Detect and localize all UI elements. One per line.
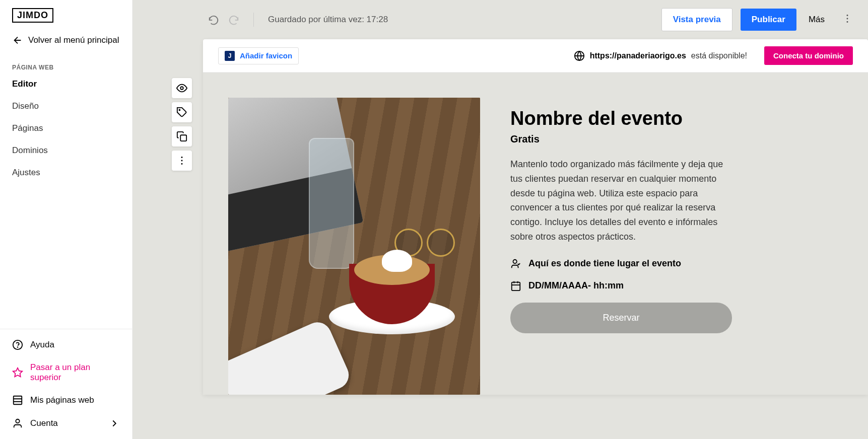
arrow-left-icon <box>12 35 23 46</box>
event-title[interactable]: Nombre del evento <box>510 108 732 129</box>
location-icon <box>510 258 521 269</box>
help-icon <box>12 339 23 350</box>
topbar-divider <box>253 13 254 27</box>
page-preview-frame: J Añadir favicon https://panaderiaorigo.… <box>203 39 868 395</box>
nav-pages[interactable]: Páginas <box>0 117 132 139</box>
sidebar: JIMDO Volver al menú principal PÁGINA WE… <box>0 0 132 439</box>
help-link[interactable]: Ayuda <box>0 333 132 356</box>
back-to-main-menu[interactable]: Volver al menú principal <box>0 27 132 58</box>
sidebar-bottom: Ayuda Pasar a un plan superior Mis págin… <box>0 329 132 439</box>
svg-point-13 <box>181 163 183 165</box>
copy-icon <box>176 131 187 142</box>
more-menu[interactable]: Más <box>805 15 829 25</box>
sidebar-spacer <box>0 184 132 329</box>
more-vertical-icon <box>842 13 853 24</box>
svg-point-1 <box>18 347 18 347</box>
last-saved-text: Guardado por última vez: 17:28 <box>268 15 388 25</box>
image-sunglasses <box>394 229 455 254</box>
svg-point-9 <box>179 110 180 111</box>
chevron-right-icon <box>109 418 120 429</box>
undo-icon[interactable] <box>208 14 219 25</box>
my-sites-label: Mis páginas web <box>30 395 94 405</box>
back-link-label: Volver al menú principal <box>28 35 119 45</box>
image-coffee-cup <box>339 259 445 334</box>
my-sites-link[interactable]: Mis páginas web <box>0 389 132 412</box>
globe-icon <box>574 50 585 61</box>
star-icon <box>12 367 23 378</box>
event-datetime-text: DD/MM/AAAA- hh:mm <box>528 280 624 291</box>
publish-button[interactable]: Publicar <box>741 9 796 31</box>
upgrade-label: Pasar a un plan superior <box>30 362 120 383</box>
topbar: Guardado por última vez: 17:28 Vista pre… <box>132 0 868 39</box>
account-label: Cuenta <box>30 418 58 428</box>
event-price[interactable]: Gratis <box>510 133 732 145</box>
event-description[interactable]: Mantenlo todo organizado más fácilmente … <box>510 157 732 244</box>
account-link[interactable]: Cuenta <box>0 412 132 435</box>
svg-point-5 <box>847 15 848 16</box>
image-latte <box>354 255 430 285</box>
svg-point-4 <box>16 419 19 423</box>
svg-marker-2 <box>13 368 22 377</box>
floating-toolbar <box>172 78 192 171</box>
svg-point-6 <box>847 18 848 20</box>
tag-icon <box>176 107 187 118</box>
event-image[interactable] <box>228 98 480 395</box>
tag-tool[interactable] <box>172 102 192 122</box>
event-location-text: Aquí es donde tiene lugar el evento <box>528 258 681 269</box>
event-location-row[interactable]: Aquí es donde tiene lugar el evento <box>510 258 732 269</box>
more-vertical-icon <box>176 155 187 166</box>
nav-settings[interactable]: Ajustes <box>0 162 132 184</box>
svg-point-12 <box>181 160 183 162</box>
domain-info: https://panaderiaorigo.es está disponibl… <box>574 46 853 65</box>
visibility-tool[interactable] <box>172 78 192 98</box>
brand-logo[interactable]: JIMDO <box>12 8 53 23</box>
main-area: Guardado por última vez: 17:28 Vista pre… <box>132 0 868 439</box>
nav-design[interactable]: Diseño <box>0 95 132 117</box>
image-foam <box>382 250 412 272</box>
svg-rect-10 <box>180 135 186 141</box>
domain-bar: J Añadir favicon https://panaderiaorigo.… <box>203 39 868 72</box>
add-favicon-label: Añadir favicon <box>240 51 292 60</box>
domain-available-text: está disponible! <box>691 51 747 60</box>
connect-domain-button[interactable]: Conecta tu dominio <box>764 46 853 65</box>
grid-icon <box>12 395 23 406</box>
preview-button[interactable]: Vista previa <box>661 8 732 31</box>
svg-point-7 <box>847 21 848 23</box>
svg-point-11 <box>181 157 183 158</box>
logo-area: JIMDO <box>0 0 132 27</box>
nav-domains[interactable]: Dominios <box>0 139 132 162</box>
sidebar-section-label: PÁGINA WEB <box>0 58 132 73</box>
help-label: Ayuda <box>30 340 54 350</box>
svg-rect-16 <box>512 282 520 290</box>
add-favicon-button[interactable]: J Añadir favicon <box>218 47 299 64</box>
svg-point-15 <box>513 260 517 263</box>
nav-editor[interactable]: Editor <box>0 73 132 95</box>
reserve-button[interactable]: Reservar <box>510 303 732 333</box>
redo-icon[interactable] <box>228 14 239 25</box>
copy-tool[interactable] <box>172 126 192 147</box>
undo-redo-group <box>208 14 239 25</box>
svg-point-8 <box>180 87 183 90</box>
calendar-icon <box>510 280 521 291</box>
upgrade-link[interactable]: Pasar a un plan superior <box>0 356 132 389</box>
jimdo-mini-icon: J <box>225 51 235 61</box>
eye-icon <box>176 83 187 94</box>
event-datetime-row[interactable]: DD/MM/AAAA- hh:mm <box>510 280 732 291</box>
domain-url: https://panaderiaorigo.es <box>590 51 686 60</box>
more-tool[interactable] <box>172 151 192 171</box>
event-content: Nombre del evento Gratis Mantenlo todo o… <box>203 72 868 395</box>
event-details: Nombre del evento Gratis Mantenlo todo o… <box>510 98 732 395</box>
kebab-menu[interactable] <box>837 13 858 26</box>
user-icon <box>12 418 23 429</box>
svg-rect-3 <box>14 396 22 405</box>
app-root: JIMDO Volver al menú principal PÁGINA WE… <box>0 0 868 439</box>
image-glass <box>309 138 354 269</box>
